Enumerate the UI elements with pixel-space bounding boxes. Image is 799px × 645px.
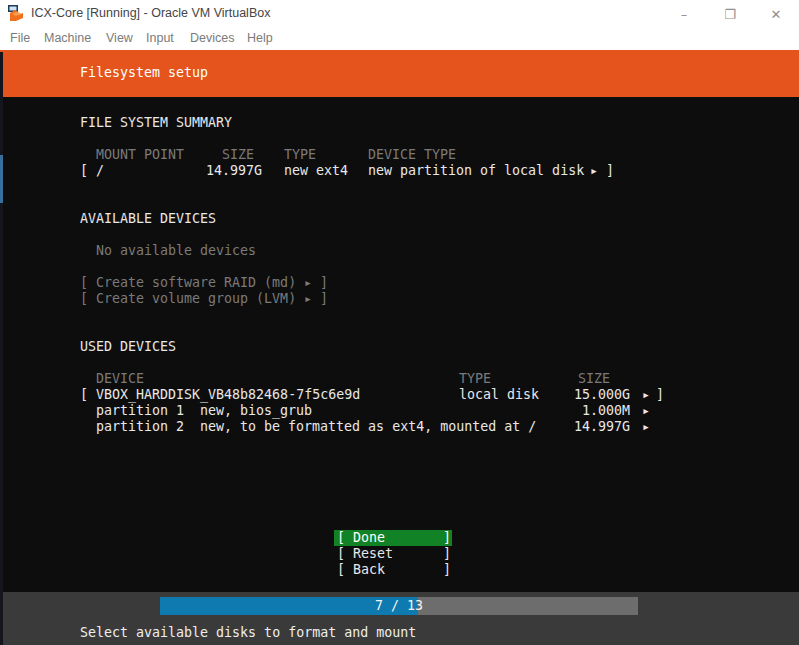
partition-name: partition 1	[96, 403, 184, 419]
window-controls: – ❐ ✕	[661, 0, 799, 28]
size-value: 14.997G	[198, 163, 262, 179]
minimize-button[interactable]: –	[661, 0, 707, 28]
virtualbox-logo-icon	[8, 5, 25, 22]
open-bracket: [	[80, 275, 88, 291]
left-edge-strip	[0, 52, 3, 645]
fs-summary-row[interactable]: [ / 14.997G new ext4 new partition of lo…	[0, 163, 799, 179]
create-volume-group-button[interactable]: [ Create volume group (LVM) ▸ ]	[0, 291, 799, 307]
close-bracket: ]	[443, 530, 451, 546]
window-titlebar[interactable]: ICX-Core [Running] - Oracle VM VirtualBo…	[0, 0, 799, 28]
back-label: Back	[353, 562, 385, 578]
reset-label: Reset	[353, 546, 393, 562]
close-bracket: ]	[606, 163, 614, 179]
partition-row[interactable]: partition 1 new, bios_grub 1.000M ▸	[0, 403, 799, 419]
maximize-button[interactable]: ❐	[707, 0, 753, 28]
close-bracket: ]	[320, 275, 328, 291]
create-lvm-label: Create volume group (LVM)	[96, 291, 296, 307]
chevron-right-icon: ▸	[642, 387, 650, 403]
partition-size: 14.997G	[574, 419, 630, 435]
done-label: Done	[353, 530, 385, 546]
section-heading-used-devices: USED DEVICES	[0, 339, 799, 355]
progress-bar: 7 / 13	[160, 597, 638, 615]
menu-item-machine[interactable]: Machine	[44, 31, 91, 45]
partition-name: partition 2	[96, 419, 184, 435]
open-bracket: [	[337, 530, 345, 546]
disk-name: VBOX_HARDDISK_VB48b82468-7f5c6e9d	[96, 387, 360, 403]
partition-row[interactable]: partition 2 new, to be formatted as ext4…	[0, 419, 799, 435]
section-heading-available-devices: AVAILABLE DEVICES	[0, 211, 799, 227]
open-bracket: [	[80, 387, 88, 403]
mount-point-value: /	[96, 163, 104, 179]
close-button[interactable]: ✕	[753, 0, 799, 28]
menubar: File Machine View Input Devices Help	[0, 28, 799, 50]
column-header-size: SIZE	[578, 371, 610, 387]
menu-item-help[interactable]: Help	[247, 31, 273, 45]
column-header-device: DEVICE	[96, 371, 144, 387]
used-devices-column-headers: DEVICE TYPE SIZE	[0, 371, 799, 387]
open-bracket: [	[337, 562, 345, 578]
chevron-right-icon: ▸	[642, 419, 650, 435]
type-value: new ext4	[284, 163, 348, 179]
close-bracket: ]	[656, 387, 664, 403]
left-scrollbar-thumb	[0, 155, 3, 203]
column-header-type: TYPE	[459, 371, 491, 387]
create-software-raid-button[interactable]: [ Create software RAID (md) ▸ ]	[0, 275, 799, 291]
open-bracket: [	[337, 546, 345, 562]
progress-label: 7 / 13	[160, 598, 638, 614]
back-button[interactable]: [ Back ]	[334, 562, 452, 578]
partition-desc: new, to be formatted as ext4, mounted at…	[200, 419, 536, 435]
close-bracket: ]	[443, 546, 451, 562]
chevron-right-icon: ▸	[590, 163, 598, 179]
close-bracket: ]	[443, 562, 451, 578]
open-bracket: [	[80, 163, 88, 179]
disk-type: local disk	[459, 387, 539, 403]
column-header-size: SIZE	[222, 147, 254, 163]
section-heading-file-system-summary: FILE SYSTEM SUMMARY	[0, 115, 799, 131]
window-title: ICX-Core [Running] - Oracle VM VirtualBo…	[31, 6, 270, 20]
menu-item-view[interactable]: View	[106, 31, 133, 45]
chevron-right-icon: ▸	[304, 275, 312, 291]
no-available-devices-text: No available devices	[0, 243, 799, 259]
page-title: Filesystem setup	[80, 65, 208, 81]
partition-size: 1.000M	[574, 403, 630, 419]
column-header-device-type: DEVICE TYPE	[368, 147, 456, 163]
device-type-value: new partition of local disk	[368, 163, 584, 179]
partition-desc: new, bios_grub	[200, 403, 312, 419]
fs-summary-column-headers: MOUNT POINT SIZE TYPE DEVICE TYPE	[0, 147, 799, 163]
chevron-right-icon: ▸	[304, 291, 312, 307]
column-header-mount-point: MOUNT POINT	[96, 147, 184, 163]
menu-item-devices[interactable]: Devices	[190, 31, 234, 45]
vm-display: Filesystem setup FILE SYSTEM SUMMARY MOU…	[0, 50, 799, 645]
close-bracket: ]	[320, 291, 328, 307]
disk-row[interactable]: [ VBOX_HARDDISK_VB48b82468-7f5c6e9d loca…	[0, 387, 799, 403]
status-hint-text: Select available disks to format and mou…	[80, 625, 416, 641]
done-button[interactable]: [ Done ]	[334, 530, 452, 546]
open-bracket: [	[80, 291, 88, 307]
menu-item-file[interactable]: File	[10, 31, 30, 45]
column-header-type: TYPE	[284, 147, 316, 163]
installer-footer: 7 / 13 Select available disks to format …	[0, 592, 799, 645]
installer-header: Filesystem setup	[0, 50, 799, 97]
menu-item-input[interactable]: Input	[146, 31, 174, 45]
chevron-right-icon: ▸	[642, 403, 650, 419]
create-raid-label: Create software RAID (md)	[96, 275, 296, 291]
reset-button[interactable]: [ Reset ]	[334, 546, 452, 562]
disk-size: 15.000G	[574, 387, 630, 403]
